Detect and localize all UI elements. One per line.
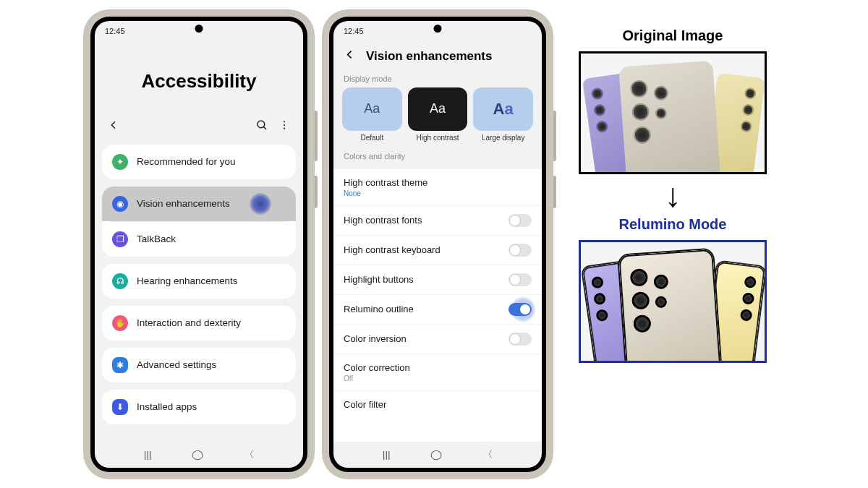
menu-installed-apps[interactable]: ⬇ Installed apps	[102, 390, 296, 424]
mode-default[interactable]: Aa Default	[342, 87, 402, 142]
volume-button	[553, 111, 556, 161]
setting-high-contrast-keyboard[interactable]: High contrast keyboard	[333, 236, 542, 265]
search-icon[interactable]	[255, 119, 268, 134]
recents-button[interactable]: |||	[144, 449, 152, 459]
toggle-off[interactable]	[509, 214, 532, 227]
home-button[interactable]: ◯	[192, 449, 203, 459]
setting-high-contrast-theme[interactable]: High contrast theme None	[333, 169, 542, 206]
mode-high-contrast[interactable]: Aa High contrast	[408, 87, 468, 142]
front-camera	[195, 25, 203, 33]
menu-item-label: Advanced settings	[137, 359, 216, 370]
relumino-mode-label: Relumino Mode	[619, 216, 727, 233]
setting-label: Color filter	[344, 399, 386, 410]
power-button	[553, 176, 556, 208]
relumino-image	[579, 240, 767, 363]
setting-label: High contrast keyboard	[344, 244, 441, 255]
setting-label: Color correction	[344, 362, 410, 373]
back-icon[interactable]	[108, 119, 119, 134]
back-icon[interactable]	[344, 48, 356, 64]
section-colors: Colors and clarity	[333, 147, 542, 165]
menu-item-label: Vision enhancements	[137, 198, 230, 209]
mode-large-display[interactable]: Aa Large display	[473, 87, 533, 142]
setting-color-inversion[interactable]: Color inversion	[333, 325, 542, 354]
more-icon[interactable]	[278, 119, 290, 134]
apps-icon: ⬇	[112, 399, 128, 415]
back-button[interactable]: 〈	[482, 448, 493, 460]
mode-label: High contrast	[408, 134, 468, 142]
ear-icon: ☊	[112, 273, 128, 289]
page-title: Vision enhancements	[366, 49, 492, 64]
setting-label: Color inversion	[344, 333, 407, 344]
menu-advanced[interactable]: ✱ Advanced settings	[102, 348, 296, 382]
svg-point-1	[284, 121, 285, 122]
navigation-bar: ||| ◯ 〈	[333, 442, 542, 468]
eye-icon: ◉	[112, 196, 128, 212]
page-title: Accessibility	[95, 41, 303, 119]
phone-mockup-vision: 12:45 Vision enhancements Display mode A…	[322, 9, 553, 479]
gear-icon: ✱	[112, 357, 128, 373]
section-display-mode: Display mode	[333, 70, 542, 87]
setting-highlight-buttons[interactable]: Highlight buttons	[333, 265, 542, 295]
original-image	[579, 51, 767, 174]
home-button[interactable]: ◯	[430, 449, 442, 459]
menu-vision-enhancements[interactable]: ◉ Vision enhancements	[102, 187, 296, 221]
toggle-off[interactable]	[509, 273, 532, 286]
recents-button[interactable]: |||	[383, 449, 391, 459]
setting-label: High contrast theme	[344, 177, 427, 188]
navigation-bar: ||| ◯ 〈	[95, 442, 303, 468]
menu-item-label: TalkBack	[137, 234, 176, 244]
setting-label: Highlight buttons	[344, 274, 414, 285]
svg-point-0	[258, 121, 265, 128]
toggle-on[interactable]	[509, 303, 532, 316]
back-button[interactable]: 〈	[244, 448, 254, 460]
setting-color-correction[interactable]: Color correction Off	[333, 354, 542, 391]
setting-value: Off	[344, 374, 410, 382]
phone-mockup-accessibility: 12:45 Accessibility	[83, 9, 315, 479]
mode-label: Default	[342, 134, 402, 142]
front-camera	[434, 25, 442, 33]
menu-item-label: Installed apps	[137, 401, 197, 412]
setting-label: Relumino outline	[344, 304, 414, 314]
menu-item-label: Interaction and dexterity	[137, 317, 241, 328]
menu-interaction[interactable]: ✋ Interaction and dexterity	[102, 306, 296, 341]
setting-value: None	[344, 189, 427, 197]
volume-button	[315, 111, 318, 161]
setting-color-filter[interactable]: Color filter	[333, 391, 542, 418]
setting-label: High contrast fonts	[344, 215, 422, 226]
menu-recommended[interactable]: ✦ Recommended for you	[102, 145, 296, 179]
menu-talkback[interactable]: ❐ TalkBack	[102, 222, 296, 257]
hand-icon: ✋	[112, 315, 128, 331]
status-time: 12:45	[344, 27, 364, 35]
svg-point-2	[284, 124, 285, 125]
touch-indicator	[250, 193, 271, 215]
svg-point-3	[284, 127, 285, 129]
speech-icon: ❐	[112, 231, 128, 247]
comparison-panel: Original Image ↓ Relumino Mode	[561, 9, 785, 363]
menu-hearing[interactable]: ☊ Hearing enhancements	[102, 264, 296, 299]
status-time: 12:45	[105, 27, 125, 35]
toggle-off[interactable]	[509, 244, 532, 257]
mode-label: Large display	[473, 134, 533, 142]
arrow-down-icon: ↓	[665, 179, 681, 212]
power-button	[315, 176, 318, 208]
toggle-off[interactable]	[509, 333, 532, 346]
menu-item-label: Hearing enhancements	[137, 275, 238, 286]
setting-high-contrast-fonts[interactable]: High contrast fonts	[333, 206, 542, 236]
menu-item-label: Recommended for you	[137, 156, 236, 167]
setting-relumino-outline[interactable]: Relumino outline	[333, 295, 542, 325]
person-icon: ✦	[112, 154, 128, 170]
original-image-label: Original Image	[623, 27, 723, 44]
